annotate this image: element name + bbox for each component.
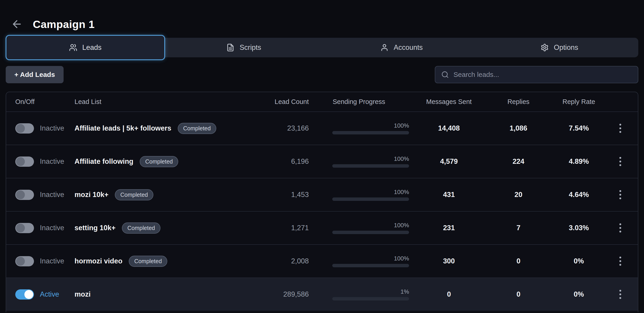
row-menu-button[interactable] xyxy=(617,155,624,168)
toggle-knob xyxy=(16,224,25,232)
lead-list-cell: setting 10k+ Completed xyxy=(74,222,254,234)
back-button[interactable] xyxy=(11,18,23,30)
reply-rate-value: 7.54% xyxy=(548,124,610,132)
sending-progress-cell: 100% xyxy=(309,255,409,267)
lead-list-cell: hormozi video Completed xyxy=(74,256,254,267)
campaign-page: Campaign 1 Leads Scripts Accounts xyxy=(0,0,644,313)
sending-progress-cell: 100% xyxy=(309,188,409,201)
progress-bar-track xyxy=(332,164,409,168)
tab-options[interactable]: Options xyxy=(480,38,638,57)
row-actions-cell xyxy=(610,254,631,268)
progress-bar-track xyxy=(332,231,409,234)
toggle-knob xyxy=(16,257,25,266)
col-header-onoff: On/Off xyxy=(15,98,74,106)
row-menu-button[interactable] xyxy=(617,122,624,135)
lead-list-name: hormozi video xyxy=(74,257,122,265)
controls-row: + Add Leads xyxy=(6,66,638,83)
onoff-cell: Inactive xyxy=(15,223,74,233)
status-label: Inactive xyxy=(40,191,64,199)
messages-sent-value: 14,408 xyxy=(409,124,489,132)
onoff-toggle[interactable] xyxy=(15,190,34,200)
lead-list-name: mozi xyxy=(74,290,91,299)
lead-lists-table: On/Off Lead List Lead Count Sending Prog… xyxy=(6,92,638,312)
tab-accounts[interactable]: Accounts xyxy=(323,38,480,57)
search-box xyxy=(435,66,638,83)
replies-value: 1,086 xyxy=(489,124,548,132)
reply-rate-value: 0% xyxy=(548,257,610,265)
status-badge: Completed xyxy=(178,123,216,134)
replies-value: 0 xyxy=(489,290,548,299)
col-header-lead-count: Lead Count xyxy=(254,98,309,106)
lead-list-name: setting 10k+ xyxy=(74,224,116,232)
row-actions-cell xyxy=(610,188,631,201)
users-icon xyxy=(69,43,77,52)
onoff-toggle[interactable] xyxy=(15,123,34,134)
file-text-icon xyxy=(226,43,234,52)
add-leads-button[interactable]: + Add Leads xyxy=(6,66,64,83)
lead-list-name: Affiliate following xyxy=(74,157,133,165)
progress-bar-track xyxy=(332,197,409,201)
table-row: Inactive Affiliate following Completed 6… xyxy=(6,145,638,178)
onoff-toggle[interactable] xyxy=(15,223,34,233)
row-actions-cell xyxy=(610,221,631,235)
col-header-messages-sent: Messages Sent xyxy=(409,98,489,106)
row-menu-button[interactable] xyxy=(617,188,624,201)
col-header-replies: Replies xyxy=(489,98,548,106)
page-title: Campaign 1 xyxy=(33,18,94,30)
tab-scripts[interactable]: Scripts xyxy=(165,38,323,57)
search-input[interactable] xyxy=(454,71,632,78)
row-menu-button[interactable] xyxy=(617,288,624,301)
onoff-toggle[interactable] xyxy=(15,256,34,266)
lead-count-value: 1,271 xyxy=(254,224,309,232)
onoff-cell: Inactive xyxy=(15,256,74,266)
lead-count-value: 289,586 xyxy=(254,290,309,299)
toggle-knob xyxy=(24,290,33,299)
status-badge: Completed xyxy=(140,156,178,167)
row-actions-cell xyxy=(610,155,631,168)
row-actions-cell xyxy=(610,122,631,135)
toggle-knob xyxy=(16,124,25,133)
row-menu-button[interactable] xyxy=(617,221,624,235)
progress-bar-track xyxy=(332,131,409,135)
lead-list-cell: mozi xyxy=(74,290,254,299)
search-icon xyxy=(441,71,449,78)
lead-count-value: 23,166 xyxy=(254,124,309,132)
messages-sent-value: 431 xyxy=(409,191,489,199)
onoff-cell: Inactive xyxy=(15,123,74,134)
progress-percent-label: 100% xyxy=(394,188,409,196)
replies-value: 224 xyxy=(489,157,548,165)
table-body: Inactive Affiliate leads | 5k+ followers… xyxy=(6,112,638,311)
progress-percent-label: 100% xyxy=(394,222,409,229)
col-header-reply-rate: Reply Rate xyxy=(548,98,610,106)
row-menu-button[interactable] xyxy=(617,254,624,268)
onoff-cell: Inactive xyxy=(15,156,74,167)
row-actions-cell xyxy=(610,288,631,301)
progress-percent-label: 100% xyxy=(394,155,409,162)
lead-count-value: 2,008 xyxy=(254,257,309,265)
page-header: Campaign 1 xyxy=(0,0,644,36)
onoff-cell: Inactive xyxy=(15,190,74,200)
reply-rate-value: 4.64% xyxy=(548,191,610,199)
replies-value: 20 xyxy=(489,191,548,199)
table-row: Inactive hormozi video Completed 2,008 1… xyxy=(6,244,638,278)
status-label: Inactive xyxy=(40,224,64,232)
reply-rate-value: 4.89% xyxy=(548,157,610,165)
sending-progress-cell: 1% xyxy=(309,288,409,301)
table-row: Inactive setting 10k+ Completed 1,271 10… xyxy=(6,211,638,244)
status-badge: Completed xyxy=(122,222,160,234)
status-badge: Completed xyxy=(129,256,167,267)
tab-strip: Leads Scripts Accounts Options xyxy=(6,38,638,57)
lead-count-value: 1,453 xyxy=(254,191,309,199)
reply-rate-value: 3.03% xyxy=(548,224,610,232)
onoff-toggle[interactable] xyxy=(15,289,34,300)
tab-label: Options xyxy=(554,43,578,52)
status-label: Inactive xyxy=(40,257,64,265)
messages-sent-value: 231 xyxy=(409,224,489,232)
lead-list-name: Affiliate leads | 5k+ followers xyxy=(74,124,171,132)
col-header-lead-list: Lead List xyxy=(74,98,254,106)
onoff-toggle[interactable] xyxy=(15,156,34,167)
table-row: Inactive mozi 10k+ Completed 1,453 100% … xyxy=(6,178,638,211)
lead-list-cell: Affiliate leads | 5k+ followers Complete… xyxy=(74,123,254,134)
tab-leads[interactable]: Leads xyxy=(6,35,165,60)
gear-icon xyxy=(540,43,549,52)
